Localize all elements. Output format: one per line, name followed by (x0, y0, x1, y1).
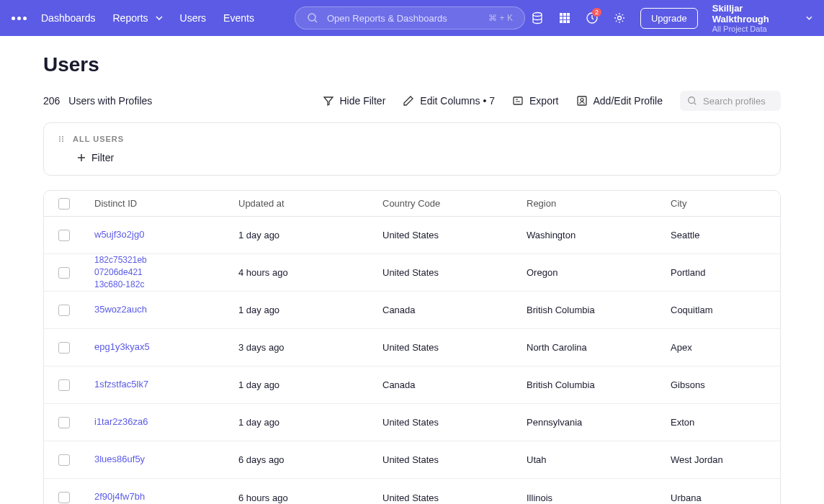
distinct-id-link[interactable]: i1tar2z36za6 (94, 416, 148, 427)
cell-country: Canada (382, 305, 527, 315)
notifications-badge: 2 (592, 8, 601, 17)
cell-country: Canada (382, 379, 527, 390)
distinct-id-link[interactable]: 3lues86uf5y (94, 454, 145, 464)
svg-rect-3 (563, 13, 566, 16)
add-filter-label: Filter (91, 152, 114, 163)
distinct-id-link[interactable]: w5ujf3o2jg0 (94, 229, 144, 240)
distinct-id-link[interactable]: epg1y3kyax5 (94, 341, 150, 352)
edit-columns-label: Edit Columns • 7 (420, 95, 495, 107)
org-switcher[interactable]: Skilljar Walkthrough All Project Data (712, 3, 792, 33)
users-table: Distinct ID Updated at Country Code Regi… (43, 190, 781, 504)
user-count: 206 (43, 95, 60, 107)
table-header: Distinct ID Updated at Country Code Regi… (44, 191, 780, 217)
cell-updated: 1 day ago (238, 417, 382, 428)
notifications-icon[interactable]: 2 (586, 11, 599, 25)
svg-rect-10 (567, 20, 570, 23)
row-checkbox[interactable] (58, 417, 70, 428)
svg-point-21 (62, 138, 63, 140)
column-updated-at[interactable]: Updated at (238, 198, 382, 209)
cell-city: West Jordan (671, 454, 766, 465)
nav-reports[interactable]: Reports (113, 12, 163, 24)
search-placeholder: Open Reports & Dashboards (327, 13, 480, 24)
svg-point-16 (689, 97, 695, 104)
upgrade-button[interactable]: Upgrade (640, 8, 698, 29)
org-sub: All Project Data (712, 24, 767, 33)
row-checkbox[interactable] (58, 379, 70, 391)
table-row: 1sfzstfac5lk7 1 day ago Canada British C… (44, 366, 780, 404)
export-button[interactable]: Export (512, 95, 558, 107)
table-body: w5ujf3o2jg0 1 day ago United States Wash… (44, 217, 780, 504)
page-title: Users (43, 53, 781, 76)
nav-dashboards[interactable]: Dashboards (41, 12, 96, 24)
row-checkbox[interactable] (58, 492, 70, 503)
cell-updated: 6 hours ago (238, 492, 382, 503)
cell-region: Oregon (527, 267, 671, 278)
main-content: Users 206 Users with Profiles Hide Filte… (0, 36, 824, 504)
cell-country: United States (382, 454, 527, 465)
cell-city: Coquitlam (671, 305, 766, 315)
drag-handle-icon[interactable] (58, 135, 66, 143)
search-profiles-input[interactable]: Search profiles (680, 91, 781, 111)
svg-point-1 (533, 13, 542, 17)
svg-point-19 (59, 140, 61, 142)
table-row: epg1y3kyax5 3 days ago United States Nor… (44, 329, 780, 366)
cell-updated: 6 days ago (238, 454, 382, 465)
table-row: 35woz2auch 1 day ago Canada British Colu… (44, 292, 780, 329)
apps-icon[interactable] (558, 11, 571, 25)
distinct-id-link[interactable]: 2f90j4fw7bh (94, 491, 145, 502)
logo-icon[interactable] (12, 17, 27, 20)
distinct-id-link[interactable]: 35woz2auch (94, 304, 147, 315)
svg-point-17 (59, 136, 61, 138)
add-edit-profile-label: Add/Edit Profile (594, 95, 663, 107)
row-checkbox[interactable] (58, 342, 70, 354)
svg-rect-13 (514, 97, 522, 104)
search-icon (687, 96, 697, 106)
topbar-right: 2 Upgrade Skilljar Walkthrough All Proje… (531, 3, 812, 33)
cell-region: Pennsylvania (527, 417, 671, 428)
distinct-id-link[interactable]: 1sfzstfac5lk7 (94, 379, 148, 390)
hide-filter-button[interactable]: Hide Filter (323, 95, 386, 107)
row-checkbox[interactable] (58, 267, 70, 279)
edit-columns-button[interactable]: Edit Columns • 7 (403, 95, 495, 107)
cell-region: British Columbia (527, 379, 671, 390)
org-name: Skilljar Walkthrough (712, 3, 792, 24)
chevron-down-icon[interactable] (806, 16, 812, 20)
cell-region: Illinois (527, 492, 671, 503)
add-filter-button[interactable]: Filter (77, 152, 766, 163)
search-profiles-placeholder: Search profiles (703, 96, 766, 107)
nav-events[interactable]: Events (223, 12, 254, 24)
svg-point-20 (62, 136, 63, 138)
select-all-checkbox[interactable] (58, 198, 70, 210)
nav: Dashboards Reports Users Events (41, 12, 254, 24)
filter-title: ALL USERS (73, 135, 124, 143)
add-edit-profile-button[interactable]: Add/Edit Profile (576, 95, 663, 107)
nav-reports-label: Reports (113, 12, 148, 24)
distinct-id-link[interactable]: 182c75321eb07206de42113c680-182c (94, 254, 238, 290)
nav-users[interactable]: Users (180, 12, 207, 24)
svg-rect-5 (560, 17, 563, 19)
cell-updated: 1 day ago (238, 230, 382, 240)
svg-rect-6 (563, 17, 566, 19)
cell-country: United States (382, 230, 527, 240)
cell-country: United States (382, 492, 527, 503)
settings-icon[interactable] (613, 11, 626, 25)
filter-header: ALL USERS (58, 135, 766, 143)
filter-icon (323, 95, 334, 107)
table-row: 2f90j4fw7bh 6 hours ago United States Il… (44, 479, 780, 504)
database-icon[interactable] (531, 11, 544, 25)
column-region[interactable]: Region (527, 198, 671, 209)
column-distinct-id[interactable]: Distinct ID (94, 198, 238, 209)
column-country-code[interactable]: Country Code (382, 198, 527, 209)
cell-region: North Carolina (527, 342, 671, 353)
row-checkbox[interactable] (58, 454, 70, 466)
svg-point-18 (59, 138, 61, 140)
svg-point-0 (308, 14, 315, 21)
column-city[interactable]: City (671, 198, 766, 209)
cell-updated: 1 day ago (238, 305, 382, 315)
row-checkbox[interactable] (58, 305, 70, 316)
svg-rect-9 (563, 20, 566, 23)
global-search[interactable]: Open Reports & Dashboards ⌘ + K (295, 6, 525, 30)
row-checkbox[interactable] (58, 230, 70, 241)
svg-rect-7 (567, 17, 570, 19)
cell-city: Seattle (671, 230, 766, 240)
